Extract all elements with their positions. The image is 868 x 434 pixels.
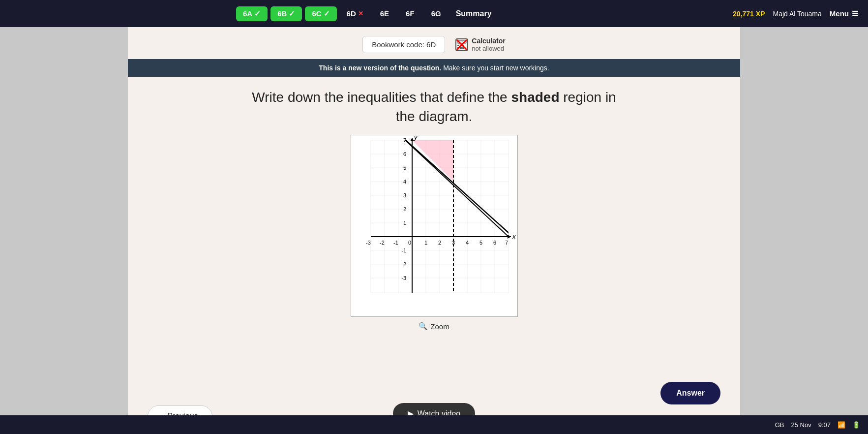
tick-y-6: 6 [403,151,406,157]
side-panel-left [0,27,128,415]
graph-container: x y -3 -2 -1 0 1 2 3 4 5 6 7 7 6 5 4 3 2… [351,135,518,331]
answer-button[interactable]: Answer [660,382,720,404]
tick-y-n3: -3 [401,275,406,281]
main-content: Bookwork code: 6D Calculator not allowed [128,27,740,434]
top-bar-right: 20,771 XP Majd Al Touama Menu ☰ [733,9,858,18]
question-part1: Write down the inequalities that define … [252,90,616,124]
tab-6d-label: 6D [347,9,356,18]
nav-tabs: 6A ✓ 6B ✓ 6C ✓ 6D ✕ 6E 6F 6G Summary [236,6,492,21]
answer-label: Answer [676,389,705,397]
tick-x-4: 4 [465,240,468,246]
tick-x-2: 2 [438,240,441,246]
calculator-label: Calculator [472,37,505,45]
tab-6e[interactable]: 6E [373,6,396,21]
zoom-label: Zoom [430,322,449,331]
tick-y-4: 4 [403,179,406,185]
tick-x-5: 5 [479,240,482,246]
tick-x-n1: -1 [393,240,398,246]
tab-6e-label: 6E [380,9,389,18]
check-icon-6c: ✓ [324,9,330,18]
tick-y-3: 3 [403,192,406,198]
y-axis-arrow [410,138,414,141]
check-icon-6b: ✓ [289,9,295,18]
zoom-button[interactable]: 🔍 Zoom [419,322,449,331]
tab-6b-label: 6B [277,9,287,18]
tick-x-7: 7 [505,240,508,246]
question-shaded: shaded [511,90,559,105]
wifi-icon: 📶 [838,421,845,429]
tick-x-n2: -2 [380,240,385,246]
menu-button[interactable]: Menu ☰ [830,9,858,18]
svg-rect-2 [457,45,459,46]
tick-y-5: 5 [403,165,406,171]
check-icon-6a: ✓ [254,9,261,18]
tab-6a-label: 6A [243,9,252,18]
tab-6c-label: 6C [312,9,321,18]
user-name: Majd Al Touama [773,10,821,18]
banner-bold-text: This is a new version of the question. [319,64,441,72]
question-text: Write down the inequalities that define … [242,88,626,126]
summary-label[interactable]: Summary [456,9,492,18]
tick-y-n2: -2 [401,261,406,267]
tick-x-1: 1 [424,240,427,246]
tab-6b[interactable]: 6B ✓ [270,6,302,21]
search-icon: 🔍 [419,322,428,331]
tick-x-3: 3 [451,240,454,246]
tab-6d[interactable]: 6D ✕ [340,6,370,21]
battery-icon: 🔋 [852,421,860,429]
calculator-badge: Calculator not allowed [455,37,505,52]
bookwork-code-label: Bookwork code: 6D [372,40,436,49]
new-version-banner: This is a new version of the question. M… [128,59,740,77]
calculator-icon [455,38,469,52]
calculator-status-text: Calculator not allowed [472,37,505,52]
menu-label: Menu [830,9,849,18]
x-icon-6d: ✕ [358,10,363,17]
tick-y-2: 2 [403,206,406,212]
tab-6f[interactable]: 6F [399,6,421,21]
shaded-region [412,140,453,182]
tab-6g[interactable]: 6G [424,6,448,21]
taskbar-time: 9:07 [818,421,831,429]
x-axis-label: x [512,233,516,240]
y-axis-label: y [414,135,418,141]
diagonal-line-top [390,135,518,242]
taskbar-date: 25 Nov [791,421,811,429]
bookwork-bar: Bookwork code: 6D Calculator not allowed [362,36,506,53]
banner-normal-text: Make sure you start new workings. [443,64,549,72]
graph-svg: x y -3 -2 -1 0 1 2 3 4 5 6 7 7 6 5 4 3 2… [351,135,518,317]
tick-x-n3: -3 [366,240,371,246]
side-panel-right [740,27,868,415]
taskbar-right: GB 25 Nov 9:07 📶 🔋 [775,421,860,429]
tick-x-0: 0 [408,240,411,246]
hamburger-icon: ☰ [852,9,858,18]
taskbar-region: GB [775,421,784,429]
top-bar: 6A ✓ 6B ✓ 6C ✓ 6D ✕ 6E 6F 6G Summary [0,0,868,27]
tab-6c[interactable]: 6C ✓ [305,6,336,21]
taskbar: GB 25 Nov 9:07 📶 🔋 [0,415,868,434]
tab-6f-label: 6F [406,9,415,18]
tick-y-n1: -1 [401,248,406,253]
calculator-not-allowed: not allowed [472,45,505,52]
bookwork-code-button[interactable]: Bookwork code: 6D [362,36,445,53]
tab-6a[interactable]: 6A ✓ [236,6,268,21]
tick-y-1: 1 [403,220,406,226]
tick-x-6: 6 [493,240,496,246]
xp-display: 20,771 XP [733,10,765,18]
x-axis-arrow [508,235,511,239]
tab-6g-label: 6G [431,9,441,18]
